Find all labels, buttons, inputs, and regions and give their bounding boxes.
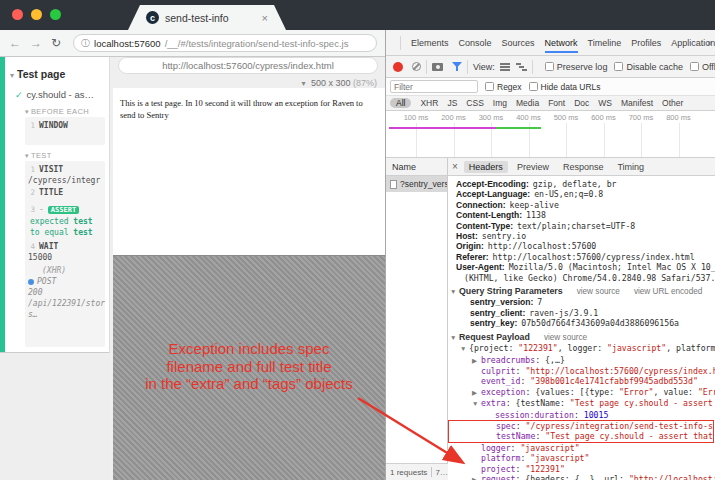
filter-bar: Regex Hide data URLs bbox=[386, 78, 715, 96]
devtools-tab-sources[interactable]: Sources bbox=[502, 32, 535, 53]
command-title[interactable]: 2 TITLE bbox=[28, 188, 102, 197]
large-rows-view-icon[interactable] bbox=[500, 63, 510, 71]
minimize-window-icon[interactable] bbox=[31, 9, 42, 20]
address-bar[interactable]: ⓘ localhost:57600/__/#/tests/integration… bbox=[73, 34, 377, 52]
reload-icon[interactable]: ↻ bbox=[51, 36, 61, 50]
devtools-tab-timeline[interactable]: Timeline bbox=[588, 32, 622, 53]
back-icon[interactable]: ← bbox=[9, 36, 21, 50]
xhr-log-line: /api/122391/stor bbox=[28, 298, 102, 309]
disable-cache-checkbox[interactable] bbox=[614, 62, 623, 71]
preserve-log-checkbox[interactable] bbox=[545, 62, 554, 71]
fullscreen-window-icon[interactable] bbox=[50, 9, 61, 20]
tab-headers[interactable]: Headers bbox=[464, 161, 508, 173]
tab-timing[interactable]: Timing bbox=[612, 161, 649, 173]
viewport-outside-area: Exception includes spec filename and ful… bbox=[113, 255, 385, 480]
view-source-link[interactable]: view URL encoded bbox=[634, 287, 702, 296]
close-icon[interactable]: × bbox=[452, 161, 458, 172]
detail-section-header: ▼Query String Parametersview sourceview … bbox=[448, 286, 715, 297]
type-filter-media[interactable]: Media bbox=[516, 98, 539, 108]
detail-line: ▶request: {headers: {,…}, url: "http://l… bbox=[448, 474, 715, 480]
type-filter-doc[interactable]: Doc bbox=[574, 98, 589, 108]
command-wait[interactable]: 4 WAIT bbox=[28, 242, 102, 251]
disclosure-arrow-icon[interactable]: ▼ bbox=[450, 287, 459, 297]
runner-url-field[interactable]: http://localhost:57600/cypress/index.htm… bbox=[118, 57, 378, 74]
name-column-header[interactable]: Name bbox=[386, 158, 447, 176]
viewport-scale: (87%) bbox=[353, 78, 377, 88]
detail-line: testName: "Test page cy.should - assert … bbox=[448, 431, 714, 442]
disclosure-arrow-icon[interactable]: ▶ bbox=[472, 388, 481, 398]
hide-data-urls-label: Hide data URLs bbox=[541, 82, 601, 92]
timeline-bar-green bbox=[496, 127, 541, 129]
command-visit[interactable]: 1 VISIT bbox=[28, 165, 102, 174]
command-assert[interactable]: 3 - ASSERT bbox=[28, 205, 102, 214]
type-filter-css[interactable]: CSS bbox=[466, 98, 483, 108]
timeline-gridline bbox=[641, 123, 642, 157]
viewport-info[interactable]: ▾ 500 x 300 (87%) bbox=[301, 78, 377, 88]
view-source-link[interactable]: view source bbox=[577, 287, 620, 296]
screenshot-capture-icon[interactable] bbox=[432, 63, 443, 71]
detail-line: Content-Length:1138 bbox=[448, 210, 715, 220]
waterfall-view-icon[interactable] bbox=[516, 63, 527, 71]
type-filter-xhr[interactable]: XHR bbox=[420, 98, 438, 108]
document-icon bbox=[390, 180, 397, 189]
test-result-row[interactable]: ✓cy.should - as… bbox=[15, 89, 94, 100]
devtools-tab-console[interactable]: Console bbox=[459, 32, 492, 53]
type-filter-img[interactable]: Img bbox=[493, 98, 507, 108]
type-filter-ws[interactable]: WS bbox=[598, 98, 612, 108]
hide-data-urls-checkbox[interactable] bbox=[529, 82, 538, 91]
clear-icon[interactable] bbox=[412, 62, 421, 71]
browser-tab[interactable]: c send-test-info × bbox=[128, 5, 286, 30]
detail-line: ▼extra: {testName: "Test page cy.should … bbox=[448, 398, 715, 409]
regex-checkbox[interactable] bbox=[485, 82, 494, 91]
view-label: View: bbox=[473, 62, 495, 72]
type-filter-manifest[interactable]: Manifest bbox=[621, 98, 653, 108]
annotation-text: Exception includes spec filename and ful… bbox=[113, 340, 385, 393]
devtools-tab-network[interactable]: Network bbox=[545, 32, 578, 53]
disclosure-arrow-icon[interactable]: ▼ bbox=[460, 344, 469, 354]
window-controls bbox=[12, 9, 61, 20]
timeline-overview[interactable]: 100 ms200 ms300 ms400 ms500 ms600 ms700 … bbox=[386, 111, 715, 158]
devtools-tab-profiles[interactable]: Profiles bbox=[631, 32, 661, 53]
view-source-link[interactable]: view source bbox=[544, 333, 587, 342]
close-window-icon[interactable] bbox=[12, 9, 23, 20]
disclosure-arrow-icon[interactable]: ▼ bbox=[472, 399, 481, 409]
overflow-menu-icon[interactable]: » bbox=[707, 38, 712, 48]
record-icon[interactable] bbox=[393, 62, 403, 72]
detail-line: Referer:http://localhost:57600/cypress/i… bbox=[448, 252, 715, 262]
detail-line: Accept-Language:en-US,en;q=0.8 bbox=[448, 189, 715, 199]
network-toolbar: View: Preserve log Disable cache Offline… bbox=[386, 56, 715, 78]
hook-label-before-each[interactable]: ▾BEFORE EACH bbox=[25, 107, 89, 116]
type-filter-other[interactable]: Other bbox=[662, 98, 683, 108]
disclosure-arrow-icon[interactable]: ▶ bbox=[472, 356, 481, 366]
request-detail-content: Accept-Encoding:gzip, deflate, brAccept-… bbox=[448, 176, 715, 480]
type-filter-all[interactable]: All bbox=[390, 98, 411, 108]
spec-header[interactable]: ▾Test page bbox=[10, 68, 65, 80]
timeline-tick-label: 400 ms bbox=[514, 113, 544, 122]
tab-close-icon[interactable]: × bbox=[262, 12, 268, 24]
forward-icon[interactable]: → bbox=[30, 36, 42, 50]
disable-cache-label: Disable cache bbox=[626, 62, 683, 72]
disclosure-arrow-icon[interactable]: ▼ bbox=[450, 333, 459, 343]
command-window[interactable]: 1 WINDOW bbox=[28, 121, 102, 130]
assert-message: expected test to equal test bbox=[30, 216, 102, 238]
detail-line: ▼{project: "122391", logger: "javascript… bbox=[448, 343, 715, 354]
tab-response[interactable]: Response bbox=[558, 161, 609, 173]
type-filter-js[interactable]: JS bbox=[447, 98, 457, 108]
timeline-gridline bbox=[566, 123, 567, 157]
browser-tab-strip: c send-test-info × bbox=[0, 0, 715, 30]
filter-input[interactable] bbox=[390, 80, 478, 93]
request-row[interactable]: ?sentry_vers… bbox=[386, 176, 447, 192]
page-info-icon[interactable]: ⓘ bbox=[81, 37, 90, 50]
reporter-panel: ▾Test page ✓cy.should - as… ▾BEFORE EACH… bbox=[0, 57, 110, 353]
offline-checkbox[interactable] bbox=[690, 62, 699, 71]
devtools-tab-elements[interactable]: Elements bbox=[411, 32, 449, 53]
detail-line: Origin:http://localhost:57600 bbox=[448, 241, 715, 251]
disclosure-arrow-icon[interactable]: ▶ bbox=[472, 475, 481, 480]
type-filter-font[interactable]: Font bbox=[548, 98, 565, 108]
detail-line: event_id: "398b001c4e1741cfabbf9945adbd5… bbox=[448, 376, 715, 386]
detail-line: Connection:keep-alive bbox=[448, 200, 715, 210]
hook-label-test[interactable]: ▾TEST bbox=[25, 151, 52, 160]
filter-funnel-icon[interactable] bbox=[452, 62, 462, 71]
xhr-lines: POST200/api/122391/stors… bbox=[28, 276, 102, 320]
tab-preview[interactable]: Preview bbox=[512, 161, 554, 173]
